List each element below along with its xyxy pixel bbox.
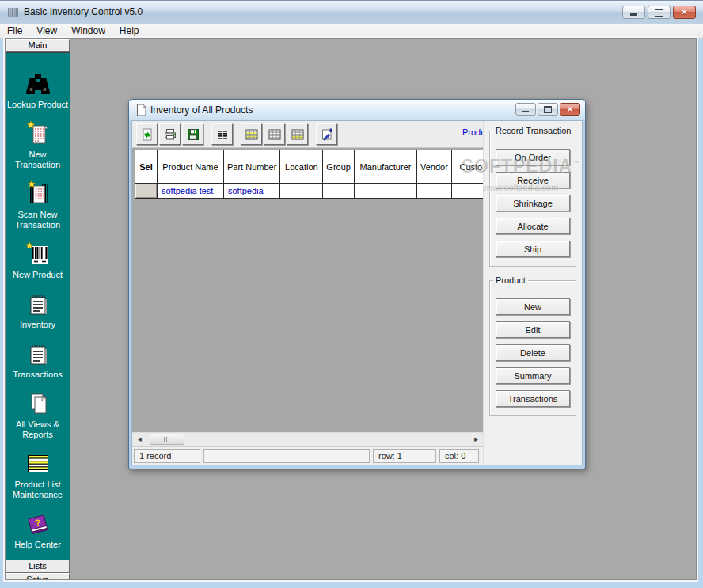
sidebar-tab-main[interactable]: Main bbox=[6, 39, 70, 52]
record-transaction-group: Record Transaction On Order Receive Shri… bbox=[489, 131, 576, 267]
grid-marked-icon bbox=[245, 128, 258, 141]
menubar: File View Window Help bbox=[0, 24, 703, 39]
save-icon bbox=[187, 128, 200, 141]
child-client-area: Produ Sel Product Name Part Number Locat… bbox=[131, 120, 583, 465]
menu-window[interactable]: Window bbox=[64, 24, 112, 38]
horizontal-scrollbar[interactable]: ◄ ► bbox=[132, 432, 484, 446]
grid-data-row[interactable]: softpedia test softpedia bbox=[135, 184, 498, 199]
status-col-indicator: col: 0 bbox=[439, 449, 479, 463]
column-header-product-name[interactable]: Product Name bbox=[158, 150, 224, 184]
scan-receipt-icon bbox=[24, 180, 52, 208]
close-button[interactable]: ✕ bbox=[673, 6, 696, 19]
sidebar-item-help-center[interactable]: ? Help Center bbox=[6, 510, 70, 550]
maximize-button[interactable] bbox=[648, 6, 671, 19]
grid-plain-icon bbox=[268, 128, 281, 141]
product-edit-button[interactable]: Edit bbox=[496, 321, 570, 338]
row-selector-cell[interactable] bbox=[135, 184, 158, 199]
main-titlebar: Basic Inventory Control v5.0 ✕ bbox=[0, 0, 703, 25]
group-title: Record Transaction bbox=[493, 126, 573, 135]
ship-button[interactable]: Ship bbox=[496, 241, 570, 257]
child-titlebar[interactable]: Inventory of All Products ✕ bbox=[129, 100, 585, 120]
receive-button[interactable]: Receive bbox=[496, 172, 570, 188]
sidebar-item-new-transaction[interactable]: New Transaction bbox=[6, 119, 70, 170]
column-header-manufacturer[interactable]: Manufacturer bbox=[354, 150, 416, 184]
save-button[interactable] bbox=[182, 123, 203, 145]
sidebar-item-transactions[interactable]: Transactions bbox=[6, 340, 70, 380]
document-icon bbox=[135, 104, 147, 118]
new-barcode-icon bbox=[25, 240, 51, 268]
refresh-button[interactable] bbox=[136, 123, 158, 145]
grid-partial-button[interactable] bbox=[287, 123, 308, 145]
product-delete-button[interactable]: Delete bbox=[496, 344, 570, 361]
arrow-left-icon: ◄ bbox=[137, 436, 143, 443]
minimize-icon bbox=[522, 111, 529, 112]
child-statusbar: 1 record row: 1 col: 0 bbox=[132, 446, 484, 465]
maximize-icon bbox=[655, 9, 663, 17]
sidebar-item-scan-new-transaction[interactable]: Scan New Transaction bbox=[6, 180, 70, 230]
scroll-right-button[interactable]: ► bbox=[470, 434, 482, 446]
action-panel: Record Transaction On Order Receive Shri… bbox=[483, 121, 582, 465]
notepad-icon bbox=[25, 290, 51, 318]
column-header-group[interactable]: Group bbox=[323, 150, 355, 184]
properties-button[interactable] bbox=[316, 123, 337, 145]
documents-icon bbox=[25, 389, 51, 418]
maximize-icon bbox=[544, 106, 552, 113]
group-title: Product bbox=[493, 275, 528, 285]
scroll-left-button[interactable]: ◄ bbox=[134, 434, 146, 446]
list-view-icon bbox=[216, 128, 229, 141]
toolbar-products-label: Produ bbox=[462, 127, 485, 137]
grid-header-row: Sel Product Name Part Number Location Gr… bbox=[135, 150, 498, 184]
status-message bbox=[203, 449, 370, 463]
product-transactions-button[interactable]: Transactions bbox=[496, 390, 570, 407]
scrollbar-thumb[interactable] bbox=[150, 434, 184, 445]
menu-view[interactable]: View bbox=[29, 24, 64, 38]
column-header-sel[interactable]: Sel bbox=[135, 150, 158, 184]
print-button[interactable] bbox=[159, 123, 180, 145]
sidebar-item-product-list-maintenance[interactable]: Product List Maintenance bbox=[6, 450, 70, 500]
product-new-button[interactable]: New bbox=[496, 298, 570, 315]
product-group: Product New Edit Delete Summary Transact… bbox=[489, 280, 576, 416]
menu-file[interactable]: File bbox=[0, 24, 29, 38]
column-header-vendor[interactable]: Vendor bbox=[416, 150, 451, 184]
notepad-icon bbox=[25, 340, 51, 368]
list-view-button[interactable] bbox=[211, 123, 233, 145]
close-icon: ✕ bbox=[567, 105, 573, 113]
properties-icon bbox=[321, 128, 333, 141]
product-summary-button[interactable]: Summary bbox=[496, 367, 570, 384]
grid-partial-icon bbox=[291, 128, 304, 141]
child-maximize-button[interactable] bbox=[538, 103, 558, 116]
striped-list-icon bbox=[25, 450, 51, 478]
sidebar-item-inventory[interactable]: Inventory bbox=[6, 290, 70, 330]
sidebar-item-new-product[interactable]: New Product bbox=[6, 240, 70, 280]
cell-vendor bbox=[416, 184, 451, 199]
binoculars-icon bbox=[25, 70, 51, 98]
grid-marked-button[interactable] bbox=[241, 123, 262, 145]
close-icon: ✕ bbox=[681, 8, 687, 17]
sidebar-tab-setup[interactable]: Setup bbox=[6, 573, 70, 579]
child-close-button[interactable]: ✕ bbox=[560, 103, 580, 116]
sidebar-item-lookup-product[interactable]: Lookup Product bbox=[6, 70, 70, 110]
child-minimize-button[interactable] bbox=[515, 103, 536, 116]
sidebar: Main Lookup Product New Transaction Scan… bbox=[6, 39, 70, 579]
allocate-button[interactable]: Allocate bbox=[496, 218, 570, 234]
minimize-icon bbox=[630, 13, 637, 16]
cell-product-name: softpedia test bbox=[158, 184, 224, 199]
column-header-location[interactable]: Location bbox=[280, 150, 323, 184]
menu-help[interactable]: Help bbox=[112, 24, 146, 38]
arrow-right-icon: ► bbox=[473, 436, 480, 443]
barcode-app-icon bbox=[7, 6, 19, 18]
child-window-inventory: Inventory of All Products ✕ bbox=[128, 99, 586, 469]
cell-manufacturer bbox=[354, 184, 416, 199]
cell-part-number: softpedia bbox=[224, 184, 280, 199]
grid-plain-button[interactable] bbox=[264, 123, 285, 145]
sidebar-item-all-views-reports[interactable]: All Views & Reports bbox=[6, 389, 70, 440]
on-order-button[interactable]: On Order bbox=[496, 149, 570, 165]
sidebar-tab-lists[interactable]: Lists bbox=[6, 560, 70, 573]
column-header-part-number[interactable]: Part Number bbox=[224, 150, 280, 184]
child-window-title: Inventory of All Products bbox=[150, 104, 253, 116]
help-book-icon: ? bbox=[25, 510, 51, 538]
minimize-button[interactable] bbox=[622, 6, 645, 19]
shrinkage-button[interactable]: Shrinkage bbox=[496, 195, 570, 211]
print-icon bbox=[164, 128, 177, 141]
status-record-count: 1 record bbox=[134, 449, 200, 463]
